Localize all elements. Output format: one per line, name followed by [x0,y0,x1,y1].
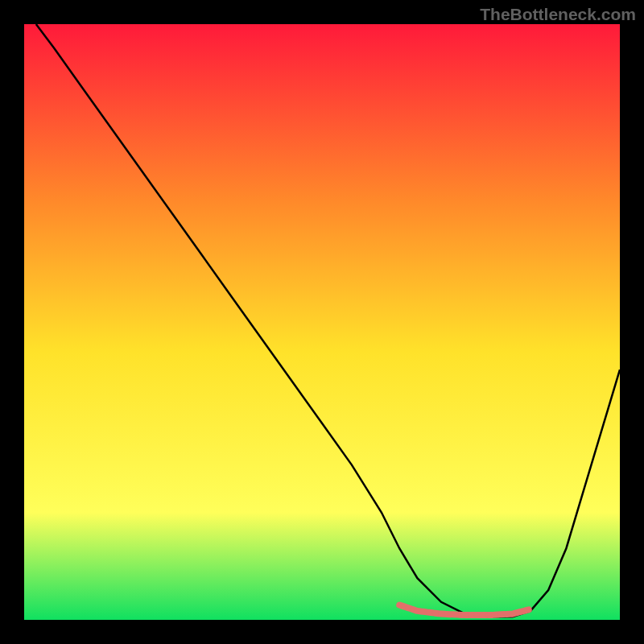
svg-line-23 [526,609,529,610]
gradient-background [24,24,620,620]
chart-container: { "watermark": "TheBottleneck.com", "col… [0,0,644,644]
watermark-text: TheBottleneck.com [480,5,636,24]
plot-area [24,24,620,620]
chart-svg [24,24,620,620]
